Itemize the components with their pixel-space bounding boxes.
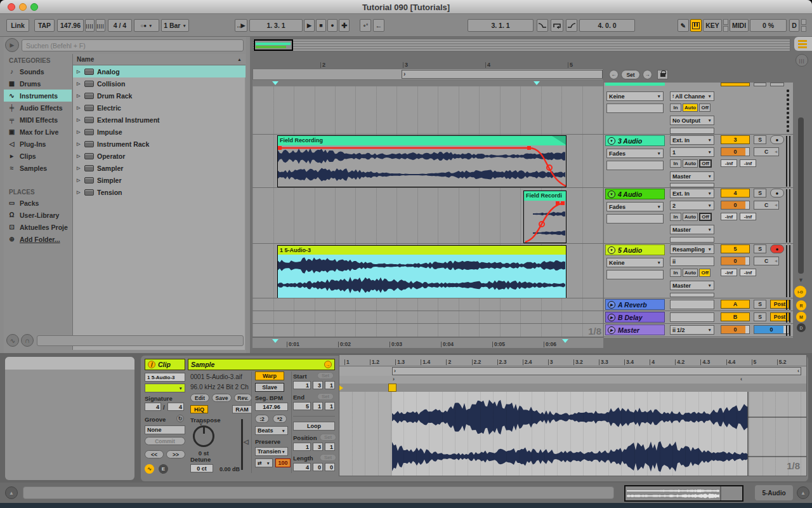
disclosure-icon[interactable]: ▷: [77, 93, 81, 98]
volume-field-left[interactable]: -inf: [721, 269, 737, 276]
fade-handle-icon[interactable]: [339, 385, 343, 391]
position-bars[interactable]: 1: [293, 443, 311, 451]
input-type-chooser[interactable]: Resampling▼: [670, 244, 714, 254]
overview-viewport[interactable]: [254, 39, 293, 51]
sidebar-item-aktuelles-proje[interactable]: ⊡Aktuelles Proje: [4, 221, 72, 233]
monitor-auto-button[interactable]: Auto: [683, 213, 698, 221]
sidebar-item-drums[interactable]: ▦Drums: [4, 77, 72, 90]
device-chooser[interactable]: Fades▼: [606, 202, 664, 211]
browser-collapse-button[interactable]: ▶: [5, 38, 19, 52]
sidebar-item-audio-effects[interactable]: ╪Audio Effects: [4, 102, 72, 114]
detune-field[interactable]: 0 ct: [190, 464, 213, 472]
warp-toggle[interactable]: Warp: [255, 371, 284, 380]
stop-button[interactable]: ■: [316, 19, 326, 32]
track-header-4[interactable]: ▼4 Audio: [605, 189, 665, 199]
device-chooser[interactable]: [670, 312, 714, 322]
monitor-off-button[interactable]: Off: [699, 213, 712, 221]
clip-box-header[interactable]: ❙Clip: [145, 359, 185, 370]
loop-end-marker[interactable]: [534, 81, 540, 85]
meter-section-toggle[interactable]: |||: [796, 54, 808, 67]
sample-beat-ruler[interactable]: 11.21.31.422.22.32.433.23.33.444.24.34.4…: [339, 355, 807, 366]
transient-amount-field[interactable]: 100: [275, 458, 291, 467]
sample-box-header[interactable]: Sample→: [188, 359, 335, 370]
warp-mode-chooser[interactable]: Beats▼: [255, 426, 288, 435]
master-output-chooser[interactable]: ii1/2▼: [670, 325, 714, 335]
quantization-menu[interactable]: 1 Bar▼: [161, 19, 189, 32]
monitor-off-button[interactable]: Off: [699, 269, 710, 277]
length-beats[interactable]: 0: [313, 463, 323, 471]
disclosure-icon[interactable]: ▷: [77, 117, 81, 123]
punch-in-button[interactable]: [537, 19, 548, 32]
clip-field-recording-2[interactable]: Field Recordi: [523, 190, 566, 243]
clip-5-audio-3[interactable]: 1 5-Audio-3: [277, 245, 566, 298]
end-beats[interactable]: 1: [313, 402, 323, 410]
groove-chooser[interactable]: None: [145, 425, 185, 434]
input-type-chooser[interactable]: Ext. In▼: [670, 135, 714, 145]
return-b-header[interactable]: ▶B Delay: [605, 312, 665, 323]
fold-icon[interactable]: ▶: [608, 314, 615, 321]
nudge-forward-button[interactable]: >>: [166, 450, 185, 458]
signature-denominator[interactable]: 4: [167, 403, 184, 411]
master-pan-field[interactable]: 0: [721, 325, 750, 334]
sample-waveform-area[interactable]: 1/8: [339, 392, 807, 476]
control-chooser[interactable]: [606, 270, 664, 279]
sample-overview-thumbnail[interactable]: [624, 485, 743, 502]
clip-end-marker[interactable]: ‹: [740, 376, 742, 382]
return-a-header[interactable]: ▶A Reverb: [605, 299, 665, 310]
signature-numerator[interactable]: 4: [145, 403, 161, 411]
loop-toggle[interactable]: Loop: [293, 422, 335, 431]
control-chooser[interactable]: [606, 214, 664, 224]
input-type-chooser[interactable]: Ext. In▼: [670, 189, 714, 198]
preview-toggle-button[interactable]: ∿: [6, 334, 19, 347]
hiq-toggle[interactable]: HiQ: [190, 405, 208, 413]
track-lane-2[interactable]: [252, 86, 603, 135]
set-start-button[interactable]: Set: [317, 372, 334, 379]
start-beats[interactable]: 3: [313, 381, 323, 389]
beat-time-ruler[interactable]: 2 3 4 5: [252, 56, 603, 69]
loop-start-field[interactable]: 3. 1. 1: [468, 19, 534, 32]
draw-mode-button[interactable]: ✎: [678, 19, 689, 32]
arm-button[interactable]: ●: [770, 189, 784, 197]
show-sample-arrow-icon[interactable]: →: [324, 361, 332, 368]
output-channel-chooser[interactable]: [670, 237, 714, 243]
length-sixteenths[interactable]: 0: [325, 463, 335, 471]
output-channel-chooser[interactable]: [670, 293, 714, 297]
list-item-electric[interactable]: ▷Electric: [73, 102, 246, 114]
solo-button[interactable]: S: [754, 300, 766, 309]
sidebar-item-max-for-live[interactable]: ▣Max for Live: [4, 126, 72, 138]
return-badge[interactable]: B: [721, 312, 750, 321]
clip-title[interactable]: 1 5-Audio-3: [278, 246, 566, 255]
sidebar-item-clips[interactable]: ▸Clips: [4, 150, 72, 162]
revert-button[interactable]: Rev.: [234, 394, 252, 402]
loop-start-marker[interactable]: [272, 339, 278, 343]
half-tempo-button[interactable]: :2: [255, 415, 269, 423]
sidebar-item-plug-ins[interactable]: ◁Plug-Ins: [4, 138, 72, 150]
key-map-button[interactable]: KEY: [703, 19, 722, 32]
monitor-in-button[interactable]: In: [670, 159, 681, 168]
arrangement-loop-brace[interactable]: ›: [402, 70, 603, 79]
set-length-button[interactable]: Set: [320, 454, 336, 461]
arrangement-position-field[interactable]: 1. 3. 1: [249, 19, 303, 32]
fold-icon[interactable]: ▼: [608, 137, 615, 145]
start-bars[interactable]: 1: [293, 381, 311, 389]
device-chooser[interactable]: [670, 300, 714, 309]
return-b-lane[interactable]: [252, 311, 603, 324]
mixer-sections-tab[interactable]: [794, 37, 812, 51]
track-number-badge[interactable]: 5: [721, 244, 750, 253]
show-info-toggle[interactable]: ▲: [5, 486, 18, 499]
device-chooser[interactable]: Keine▼: [606, 91, 664, 101]
punch-out-button[interactable]: [566, 19, 577, 32]
pan-field[interactable]: 0: [721, 201, 750, 210]
list-header[interactable]: Name▲: [73, 54, 246, 65]
metronome-button[interactable]: ○●▼: [134, 19, 159, 32]
disclosure-icon[interactable]: ▷: [77, 105, 81, 110]
clip-color-chooser[interactable]: ▼: [145, 384, 185, 392]
clip-title[interactable]: Field Recordi: [524, 191, 566, 201]
tempo-field[interactable]: 147.96: [57, 19, 84, 32]
set-position-button[interactable]: Set: [320, 434, 336, 441]
scrub-area[interactable]: ›: [252, 69, 603, 80]
solo-button[interactable]: S: [754, 244, 766, 253]
track-header-5[interactable]: ▼5 Audio: [605, 244, 665, 255]
list-item-collision[interactable]: ▷Collision: [73, 77, 246, 90]
monitor-auto-button[interactable]: Auto: [683, 159, 698, 168]
